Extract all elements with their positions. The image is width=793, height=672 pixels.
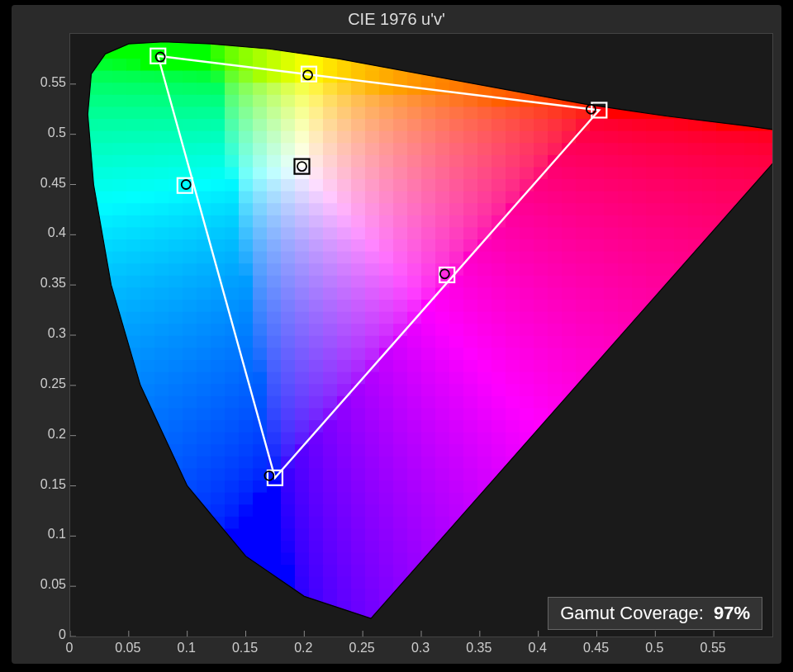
svg-rect-748 <box>716 468 731 480</box>
svg-rect-2244 <box>491 130 506 143</box>
svg-rect-1418 <box>267 311 282 324</box>
svg-rect-1745 <box>309 239 324 251</box>
svg-rect-1526 <box>267 287 282 300</box>
svg-rect-410 <box>520 540 534 552</box>
svg-rect-928 <box>211 419 226 432</box>
svg-rect-2254 <box>632 130 647 143</box>
svg-rect-1668 <box>744 263 759 275</box>
svg-rect-414 <box>576 540 591 552</box>
svg-rect-2286 <box>323 118 338 130</box>
svg-rect-117 <box>197 600 211 613</box>
svg-rect-72 <box>323 613 338 625</box>
svg-rect-66 <box>239 613 254 625</box>
svg-rect-2216 <box>98 130 113 143</box>
svg-rect-1890 <box>70 202 85 215</box>
svg-rect-738 <box>576 468 591 480</box>
svg-rect-813 <box>112 443 127 456</box>
svg-rect-2297 <box>477 118 492 130</box>
svg-rect-2622 <box>491 46 506 59</box>
svg-rect-1973 <box>477 191 492 203</box>
svg-rect-710 <box>183 468 197 480</box>
svg-rect-1392 <box>660 323 675 335</box>
svg-rect-56 <box>98 613 113 625</box>
svg-rect-1546 <box>548 287 563 300</box>
svg-rect-1358 <box>183 323 197 335</box>
svg-rect-2270 <box>98 118 113 130</box>
svg-rect-1436 <box>520 311 534 324</box>
svg-rect-2214 <box>70 130 85 143</box>
svg-rect-2344 <box>379 106 394 119</box>
svg-rect-1169 <box>562 371 577 384</box>
svg-rect-761 <box>140 456 155 468</box>
svg-rect-2629 <box>590 46 605 59</box>
svg-rect-1652 <box>520 263 534 275</box>
svg-rect-630 <box>576 492 591 504</box>
svg-rect-1851 <box>281 215 296 227</box>
svg-rect-2173 <box>253 142 268 154</box>
svg-rect-2523 <box>618 70 633 83</box>
svg-rect-277 <box>169 564 183 576</box>
svg-rect-2161 <box>84 142 99 154</box>
svg-rect-1164 <box>491 371 506 384</box>
svg-rect-1981 <box>590 191 605 203</box>
svg-rect-1844 <box>183 215 197 227</box>
svg-rect-1149 <box>281 371 296 384</box>
svg-rect-714 <box>239 468 254 480</box>
svg-rect-232 <box>295 576 310 589</box>
svg-rect-2172 <box>239 142 254 154</box>
svg-rect-514 <box>463 516 478 528</box>
svg-rect-1207 <box>337 359 352 371</box>
svg-rect-1444 <box>632 311 647 324</box>
svg-rect-461 <box>477 528 492 541</box>
svg-rect-2720 <box>351 34 366 35</box>
svg-rect-1545 <box>534 287 548 300</box>
svg-rect-227 <box>225 576 240 589</box>
svg-rect-137 <box>477 600 492 613</box>
svg-rect-517 <box>506 516 520 528</box>
svg-rect-2671 <box>421 34 436 46</box>
svg-rect-2310 <box>660 118 675 130</box>
svg-rect-1335 <box>618 335 633 348</box>
svg-rect-398 <box>351 540 366 552</box>
svg-rect-1283 <box>646 348 661 360</box>
svg-rect-1549 <box>590 287 605 300</box>
svg-rect-1001 <box>477 408 492 420</box>
svg-rect-1354 <box>126 323 141 335</box>
svg-rect-2207 <box>730 142 745 154</box>
svg-rect-2596 <box>126 46 141 59</box>
svg-rect-1369 <box>337 323 352 335</box>
svg-rect-1315 <box>337 335 352 348</box>
svg-rect-1161 <box>449 371 464 384</box>
svg-rect-1920 <box>491 202 506 215</box>
svg-rect-328 <box>126 552 141 565</box>
svg-rect-2029 <box>506 178 520 191</box>
svg-rect-2446 <box>295 82 310 94</box>
svg-rect-301 <box>506 564 520 576</box>
svg-rect-662 <box>267 480 282 492</box>
svg-rect-2402 <box>435 94 450 106</box>
svg-rect-1659 <box>618 263 633 275</box>
svg-rect-976 <box>126 408 141 420</box>
svg-rect-1536 <box>407 287 422 300</box>
svg-rect-2660 <box>267 34 282 46</box>
svg-rect-2326 <box>126 106 141 119</box>
svg-rect-697 <box>758 480 772 492</box>
svg-rect-2694 <box>744 34 759 46</box>
svg-rect-957 <box>618 419 633 432</box>
svg-rect-2496 <box>239 70 254 83</box>
svg-rect-489 <box>112 516 127 528</box>
svg-rect-898 <box>548 432 563 444</box>
svg-rect-407 <box>477 540 492 552</box>
svg-rect-1708 <box>548 251 563 263</box>
svg-rect-1356 <box>154 323 169 335</box>
svg-rect-2391 <box>281 94 296 106</box>
svg-rect-1370 <box>351 323 366 335</box>
svg-rect-1986 <box>660 191 675 203</box>
svg-rect-2148 <box>660 154 675 167</box>
svg-rect-1802 <box>351 227 366 239</box>
svg-rect-2701 <box>84 34 99 35</box>
svg-rect-1201 <box>253 359 268 371</box>
svg-rect-238 <box>379 576 394 589</box>
svg-rect-403 <box>421 540 436 552</box>
svg-rect-2023 <box>421 178 436 191</box>
